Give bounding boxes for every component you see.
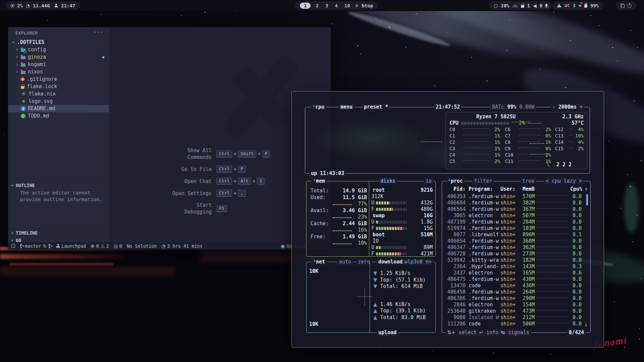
disks-title[interactable]: disks	[379, 178, 397, 184]
file-tree-row[interactable]: ✳ logo.svg	[8, 98, 109, 105]
process-list: 406353 .ferdium-w shin+ 576M 0.0 406684 …	[445, 193, 582, 327]
keyboard-layout[interactable]: UC	[565, 3, 570, 8]
disk-io-row: IO	[369, 238, 435, 244]
refresh-interval-control[interactable]: - 2000ms +	[551, 104, 584, 110]
workspace-button[interactable]: 2	[314, 3, 320, 8]
process-row[interactable]: 8077 .librewolf shin+ 896M 0.1	[445, 232, 582, 238]
power-icon[interactable]	[628, 4, 632, 8]
menu-button[interactable]: menu	[339, 104, 354, 110]
file-tree-row[interactable]: .gitignore	[8, 75, 109, 83]
file-tree-row[interactable]: i README.md	[8, 105, 109, 112]
proc-box-title[interactable]: ⁴proc	[446, 178, 465, 184]
keybind-hint[interactable]: ↹ signals	[501, 329, 529, 336]
solution-indicator[interactable]: No Solution	[127, 243, 157, 249]
clipboard-icon[interactable]	[621, 4, 625, 8]
disk-free-row: F421M	[369, 251, 435, 257]
header-pid[interactable]: Pid:	[445, 186, 466, 192]
process-row[interactable]: 111286 code shin+ 506M 0.0	[445, 321, 582, 327]
preset-button[interactable]: preset *	[362, 104, 390, 110]
vscode-window[interactable]: Show All Commands Ctrl+Shift+P Go to Fil…	[8, 27, 331, 250]
file-label: .gitignore	[27, 76, 57, 82]
header-cpu[interactable]: Cpu%	[570, 186, 582, 192]
header-program[interactable]: Program:	[466, 186, 500, 192]
signal-icon[interactable]	[557, 4, 561, 7]
speaker-icon[interactable]: ◀	[533, 3, 537, 8]
header-user[interactable]: User:	[500, 186, 519, 192]
process-row[interactable]: 407199 .ferdium-w shin+ 284M 0.0	[445, 219, 582, 225]
process-row[interactable]: 9080 Isolated W shin+ 212M 0.0	[445, 314, 582, 321]
proc-sort-selector[interactable]: < cpu lazy >	[544, 178, 584, 184]
process-row[interactable]: 406564 .ferdium-w shin+ 367M 0.0	[445, 206, 582, 213]
warnings-count: 2	[106, 243, 109, 249]
ports-indicator[interactable]: ◎ 0	[114, 243, 122, 249]
process-row[interactable]: 519942 .kitty-wra shin+ 182M 0.0	[445, 257, 582, 263]
process-row[interactable]: 253640 gitkraken shin+ 473M 0.0	[445, 308, 582, 314]
timeline-section-header[interactable]: › TIMELINE	[8, 229, 109, 236]
remote-indicator[interactable]: ›	[11, 244, 15, 248]
workspace-button[interactable]: 1	[300, 3, 311, 9]
microphone-icon[interactable]	[545, 4, 547, 7]
net-box-title[interactable]: ³net	[311, 259, 327, 265]
explorer-root-folder[interactable]: › .DOTFILES	[8, 39, 109, 46]
process-row[interactable]: 406353 .ferdium-w shin+ 576M 0.0	[445, 193, 582, 200]
problems-indicator[interactable]: ⊗ 0 ⚠ 2	[91, 243, 109, 249]
quick-settings-pill[interactable]: ○ 20% 1 ◀ 0	[489, 1, 552, 10]
clock-pill[interactable]: 21:47	[50, 1, 80, 10]
process-row[interactable]: 2364 .Hyprland- shin+ 143M 0.3	[445, 263, 582, 270]
process-row[interactable]: 13470 code shin+ 436M 0.0	[445, 283, 582, 289]
file-tree-row[interactable]: › nixos	[8, 68, 109, 75]
process-row[interactable]: 2846 electron shin+ 154M 0.0	[445, 302, 582, 308]
plus-separator: +	[233, 190, 236, 196]
git-branch-indicator[interactable]: master ↻	[20, 243, 52, 249]
btop-terminal-window[interactable]: ¹cpu menu preset * 21:47:52 BAT○ 99% 0.0…	[291, 91, 604, 348]
chevron-right-icon: ›	[15, 61, 20, 67]
process-row[interactable]: 2437 electron shin+ 165M 0.6	[445, 270, 582, 276]
proc-tree-button[interactable]: tree	[521, 178, 536, 184]
launchpad-item[interactable]: Launchpad	[56, 243, 86, 249]
process-row[interactable]: 406654 .ferdium-w shin+ 368M 0.0	[445, 238, 582, 244]
keybind-hint[interactable]: ↵ info	[479, 329, 498, 336]
file-tree-row[interactable]: ❄ flake.nix	[8, 90, 109, 98]
broadcast-icon: ◎	[114, 243, 118, 249]
upload-speed: ▲ 1.46 KiB/s	[373, 301, 433, 308]
upload-total: ▲ Total: 83.0 MiB	[373, 314, 433, 321]
mem-box-title[interactable]: ²mem	[311, 178, 327, 184]
process-row[interactable]: 406450 .ferdium-w shin+ 264M 0.0	[445, 289, 582, 295]
workspace-button[interactable]: 10	[343, 3, 352, 8]
file-tree-row[interactable]: › kogami	[8, 61, 109, 68]
download-label: download	[377, 259, 404, 265]
keybind-hint[interactable]: ⇅+ select	[447, 329, 477, 336]
process-row[interactable]: 406475 .ferdium-w shin+ 430M 0.0	[445, 276, 582, 283]
file-tree-row[interactable]: › ginoza ●	[8, 53, 109, 61]
proc-filter-button[interactable]: filter	[472, 178, 494, 184]
process-row[interactable]: 3065 electron shin+ 507M 0.0	[445, 213, 582, 219]
sort-direction-icon[interactable]: ↑	[585, 186, 588, 192]
file-tree-row[interactable]: ✓ TODO.md	[8, 112, 109, 120]
proc-scrollbar[interactable]	[586, 194, 588, 205]
remote-window-icon: ›	[11, 244, 15, 248]
net-auto-button[interactable]: auto	[337, 259, 353, 265]
workspace-button[interactable]: 3	[324, 3, 330, 8]
outline-section-header[interactable]: › OUTLINE	[8, 181, 109, 189]
process-row[interactable]: 406728 .ferdium-w shin+ 273M 0.0	[445, 251, 582, 257]
proc-table-header[interactable]: Pid: Program: User: MemB Cpu%	[445, 186, 582, 192]
file-tree-row[interactable]: › config	[8, 46, 109, 53]
io-mode-button[interactable]: io	[424, 178, 433, 184]
bluetooth-icon[interactable]: ᛒ	[573, 3, 576, 8]
cpu-box-title[interactable]: ¹cpu	[311, 104, 326, 110]
chevron-right-icon: ›	[15, 47, 20, 53]
process-row[interactable]: 406386 .ferdium-w shin+ 290M 0.0	[445, 295, 582, 302]
file-tree-row[interactable]: flake.lock	[8, 83, 109, 90]
system-tray-pill[interactable]: UC ᛒ ≈ 99%	[552, 1, 603, 10]
process-row[interactable]: 519974 .ferdium-w shin+ 103M 0.0	[445, 225, 582, 232]
header-memory[interactable]: MemB	[519, 186, 535, 192]
more-actions-icon[interactable]: ···	[94, 29, 104, 35]
wifi-icon[interactable]	[513, 4, 518, 7]
workspace-button[interactable]: 4	[333, 3, 339, 8]
time-tracker[interactable]: ◔ 3 hrs 41 mins	[161, 243, 202, 249]
warnings-icon: ⚠	[101, 243, 105, 249]
scroll-down-icon[interactable]: ↓	[584, 322, 588, 328]
notification-app-icon[interactable]: ≈	[579, 3, 581, 8]
process-row[interactable]: 406347 .ferdium-w shin+ 362M 0.0	[445, 244, 582, 251]
process-row[interactable]: 406684 .ferdium-w shin+ 382M 0.0	[445, 200, 582, 206]
